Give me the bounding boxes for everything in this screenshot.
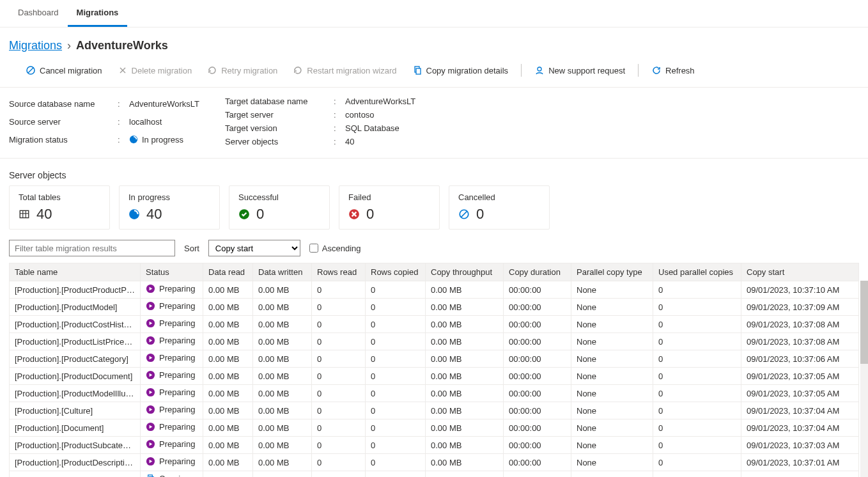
status-icon xyxy=(146,405,155,414)
table-row[interactable]: [Production].[ProductDocument]Preparing0… xyxy=(10,368,859,385)
card-failed-value: 0 xyxy=(366,206,374,223)
ascending-checkbox[interactable]: Ascending xyxy=(309,244,361,253)
tab-dashboard[interactable]: Dashboard xyxy=(9,0,68,27)
new-support-button[interactable]: New support request xyxy=(528,61,632,79)
server-objects-value: 40 xyxy=(345,137,415,146)
cell-read: 0.00 MB xyxy=(203,385,253,402)
cell-status: Preparing xyxy=(141,281,203,299)
cell-throughput: 0.00 MB xyxy=(426,402,504,419)
cell-status: Preparing xyxy=(141,299,203,316)
cancel-migration-button[interactable]: Cancel migration xyxy=(19,61,109,79)
cell-rows-copied: 0 xyxy=(366,316,426,333)
cell-parallel-type: None xyxy=(571,299,653,316)
status-icon xyxy=(146,387,155,397)
table-row[interactable]: [Production].[ProductSubcategory]Prepari… xyxy=(10,437,859,454)
cell-parallel-type: None xyxy=(571,471,653,478)
card-successful[interactable]: Successful 0 xyxy=(229,185,330,230)
cell-parallel-used: 0 xyxy=(653,385,741,402)
col-rows-read[interactable]: Rows read xyxy=(312,263,366,281)
cell-duration: 00:00:00 xyxy=(504,299,571,316)
card-total-value: 40 xyxy=(36,206,52,223)
cell-parallel-used: 0 xyxy=(653,333,741,350)
sort-select[interactable]: Copy start xyxy=(208,240,300,256)
in-progress-icon xyxy=(129,135,138,144)
cell-rows-copied: 0 xyxy=(366,471,426,478)
col-rows-copied[interactable]: Rows copied xyxy=(366,263,426,281)
cell-copy-start: 09/01/2023, 10:37:05 AM xyxy=(741,368,859,385)
table-row[interactable]: [Production].[ProductCostHistory]Prepari… xyxy=(10,316,859,333)
col-duration[interactable]: Copy duration xyxy=(504,263,571,281)
col-written[interactable]: Data written xyxy=(253,263,312,281)
cell-name: [Production].[ProductCostHistory] xyxy=(10,316,141,333)
migration-status-label: Migration status xyxy=(9,135,118,145)
table-header-row: Table name Status Data read Data written… xyxy=(10,263,859,281)
tab-migrations[interactable]: Migrations xyxy=(68,0,128,27)
scrollbar-thumb[interactable] xyxy=(860,281,868,364)
source-db-value: AdventureWorksLT xyxy=(129,99,199,109)
card-cancelled[interactable]: Cancelled 0 xyxy=(449,185,550,230)
copy-details-button[interactable]: Copy migration details xyxy=(406,61,515,79)
col-parallel-type[interactable]: Parallel copy type xyxy=(571,263,653,281)
table-row[interactable]: [Production].[ProductModel]Preparing0.00… xyxy=(10,299,859,316)
card-success-label: Successful xyxy=(238,192,320,202)
card-inprog-value: 40 xyxy=(146,206,162,223)
cell-read: 0.00 MB xyxy=(203,419,253,437)
cell-read: 0.00 MB xyxy=(203,437,253,454)
table-row[interactable]: [Production].[ProductCategory]Preparing0… xyxy=(10,350,859,368)
copy-details-label: Copy migration details xyxy=(426,66,509,75)
table-row[interactable]: [Production].[ProductDescription]Prepari… xyxy=(10,454,859,471)
cell-rows-read: 0 xyxy=(312,454,366,471)
table-row[interactable]: [Production].[Culture]Preparing0.00 MB0.… xyxy=(10,402,859,419)
cell-rows-read: 0 xyxy=(312,299,366,316)
cell-rows-read: 0 xyxy=(312,281,366,299)
refresh-label: Refresh xyxy=(665,66,695,75)
ascending-label: Ascending xyxy=(322,244,361,253)
cell-parallel-type: None xyxy=(571,368,653,385)
summary-cards: Total tables 40 In progress 40 Successfu… xyxy=(0,185,868,230)
delete-migration-button: Delete migration xyxy=(111,61,199,79)
table-row[interactable]: [Production].[Document]Preparing0.00 MB0… xyxy=(10,419,859,437)
cell-duration: 00:00:00 xyxy=(504,350,571,368)
cell-parallel-type: None xyxy=(571,350,653,368)
cell-rows-read: 0 xyxy=(312,350,366,368)
cell-read: 0.00 MB xyxy=(203,402,253,419)
sort-label: Sort xyxy=(184,244,199,253)
svg-line-1 xyxy=(28,68,33,73)
cell-parallel-type: None xyxy=(571,385,653,402)
cell-parallel-type: None xyxy=(571,402,653,419)
table-row[interactable]: [Production].[ProductModelIllustrati...P… xyxy=(10,385,859,402)
table-row[interactable]: [Production].[ProductReview]Copying0.00 … xyxy=(10,471,859,478)
col-read[interactable]: Data read xyxy=(203,263,253,281)
cell-name: [Production].[ProductModelIllustrati... xyxy=(10,385,141,402)
cell-written: 0.00 MB xyxy=(253,385,312,402)
retry-migration-label: Retry migration xyxy=(221,66,277,75)
cell-rows-read: 0 xyxy=(312,385,366,402)
cell-read: 0.00 MB xyxy=(203,316,253,333)
col-status[interactable]: Status xyxy=(141,263,203,281)
breadcrumb: Migrations › AdventureWorks xyxy=(0,27,868,59)
col-throughput[interactable]: Copy throughput xyxy=(426,263,504,281)
cell-name: [Production].[Culture] xyxy=(10,402,141,419)
card-total-label: Total tables xyxy=(19,192,100,202)
cell-copy-start: 09/01/2023, 10:37:06 AM xyxy=(741,350,859,368)
col-name[interactable]: Table name xyxy=(10,263,141,281)
card-total-tables[interactable]: Total tables 40 xyxy=(9,185,110,230)
toolbar-separator xyxy=(638,64,639,77)
card-in-progress[interactable]: In progress 40 xyxy=(119,185,220,230)
breadcrumb-root-link[interactable]: Migrations xyxy=(9,39,62,52)
cell-written: 0.00 MB xyxy=(253,299,312,316)
cell-duration: 00:00:00 xyxy=(504,471,571,478)
table-row[interactable]: [Production].[ProductProductPhoto]Prepar… xyxy=(10,281,859,299)
card-failed[interactable]: Failed 0 xyxy=(339,185,440,230)
col-copy-start[interactable]: Copy start xyxy=(741,263,859,281)
cell-status: Preparing xyxy=(141,402,203,419)
ascending-input[interactable] xyxy=(309,244,318,253)
table-row[interactable]: [Production].[ProductListPriceHistory]Pr… xyxy=(10,333,859,350)
retry-icon xyxy=(207,65,217,75)
refresh-button[interactable]: Refresh xyxy=(645,61,701,79)
scrollbar[interactable] xyxy=(860,281,868,477)
cell-parallel-used: 0 xyxy=(653,419,741,437)
filter-input[interactable] xyxy=(9,240,175,256)
col-parallel-used[interactable]: Used parallel copies xyxy=(653,263,741,281)
toolbar-separator xyxy=(521,64,522,77)
